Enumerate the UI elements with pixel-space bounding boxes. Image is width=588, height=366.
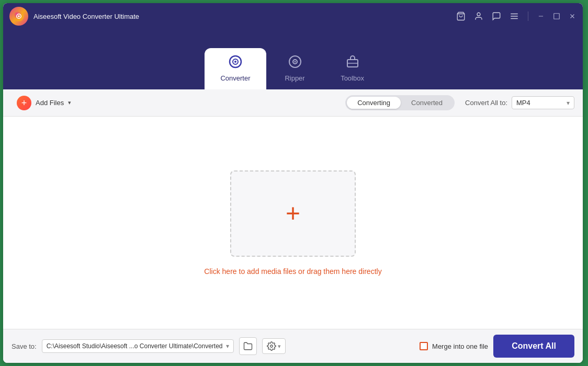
svg-point-14: [234, 61, 236, 63]
save-path-dropdown-arrow-icon: ▾: [226, 342, 229, 350]
converter-icon: [228, 54, 243, 71]
drop-zone-plus-icon: +: [286, 201, 300, 226]
convert-all-to-label: Convert All to:: [465, 99, 507, 107]
chat-icon[interactable]: [491, 11, 502, 21]
toolbox-icon: [345, 54, 360, 71]
settings-button[interactable]: ▾: [262, 338, 286, 354]
svg-point-2: [18, 15, 20, 17]
drop-hint-text: Click here to add media files or drag th…: [204, 267, 381, 276]
app-title: Aiseesoft Video Converter Ultimate: [33, 13, 456, 20]
nav-bar: Converter Ripper: [3, 29, 583, 89]
convert-all-button[interactable]: Convert All: [493, 335, 574, 358]
save-path-value: C:\Aiseesoft Studio\Aiseesoft ...o Conve…: [47, 342, 223, 350]
profile-icon[interactable]: [473, 11, 484, 21]
svg-point-4: [477, 13, 480, 16]
app-logo: [9, 7, 28, 26]
format-select-arrow-icon: ▾: [567, 99, 570, 107]
tab-toolbox[interactable]: Toolbox: [324, 48, 381, 89]
merge-label: Merge into one file: [432, 342, 488, 350]
add-files-button[interactable]: + Add Files ▾: [12, 93, 76, 113]
add-files-dropdown-arrow: ▾: [68, 99, 71, 106]
merge-checkbox[interactable]: [420, 342, 428, 350]
add-files-label: Add Files: [36, 99, 64, 107]
menu-icon[interactable]: [509, 11, 519, 21]
add-files-icon: +: [17, 96, 31, 110]
tab-ripper-label: Ripper: [285, 74, 304, 82]
main-content: + Click here to add media files or drag …: [3, 117, 583, 329]
svg-point-17: [294, 61, 296, 63]
svg-point-20: [270, 345, 273, 348]
close-button[interactable]: [568, 12, 576, 20]
save-path-select[interactable]: C:\Aiseesoft Studio\Aiseesoft ...o Conve…: [42, 339, 234, 353]
format-value: MP4: [516, 99, 563, 107]
tab-toolbox-label: Toolbox: [341, 74, 364, 82]
title-bar: Aiseesoft Video Converter Ultimate: [3, 3, 583, 29]
tab-converter-label: Converter: [220, 74, 250, 82]
cart-icon[interactable]: [456, 11, 466, 21]
open-folder-icon: [243, 341, 253, 351]
open-folder-button[interactable]: [239, 337, 257, 355]
svg-rect-9: [554, 14, 560, 19]
minimize-button[interactable]: [537, 12, 545, 20]
tab-converter[interactable]: Converter: [205, 48, 266, 89]
tab-ripper[interactable]: Ripper: [266, 48, 324, 89]
nav-tabs: Converter Ripper: [205, 48, 381, 89]
toolbar: + Add Files ▾ Converting Converted Conve…: [3, 89, 583, 117]
settings-dropdown-arrow-icon: ▾: [278, 343, 281, 350]
converting-tab-button[interactable]: Converting: [347, 97, 401, 109]
maximize-button[interactable]: [552, 12, 561, 20]
format-select[interactable]: MP4 ▾: [512, 96, 574, 109]
title-bar-controls: [456, 11, 576, 21]
save-to-label: Save to:: [12, 342, 37, 350]
converted-tab-button[interactable]: Converted: [401, 97, 453, 109]
merge-checkbox-area[interactable]: Merge into one file: [420, 342, 488, 350]
status-toggle: Converting Converted: [345, 95, 455, 110]
app-window: Aiseesoft Video Converter Ultimate: [3, 3, 583, 363]
drop-zone[interactable]: +: [230, 170, 356, 257]
ripper-icon: [288, 54, 302, 71]
footer: Save to: C:\Aiseesoft Studio\Aiseesoft .…: [3, 329, 583, 363]
gear-icon: [267, 341, 276, 351]
